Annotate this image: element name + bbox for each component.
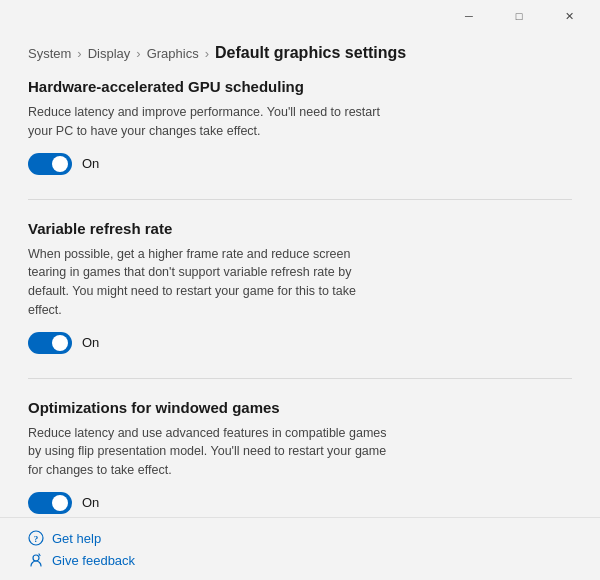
divider-2 — [28, 378, 572, 379]
gpu-scheduling-toggle-row: On — [28, 153, 572, 175]
variable-refresh-toggle-thumb — [52, 335, 68, 351]
give-feedback-item[interactable]: Give feedback — [28, 552, 572, 568]
gpu-scheduling-desc: Reduce latency and improve performance. … — [28, 103, 388, 141]
variable-refresh-title: Variable refresh rate — [28, 220, 572, 237]
windowed-games-toggle-row: On — [28, 492, 572, 514]
gpu-scheduling-section: Hardware-accelerated GPU scheduling Redu… — [28, 78, 572, 175]
divider-1 — [28, 199, 572, 200]
breadcrumb: System › Display › Graphics › Default gr… — [0, 32, 600, 78]
variable-refresh-toggle-track — [28, 332, 72, 354]
gpu-scheduling-toggle-track — [28, 153, 72, 175]
variable-refresh-toggle-row: On — [28, 332, 572, 354]
variable-refresh-desc: When possible, get a higher frame rate a… — [28, 245, 388, 320]
windowed-games-toggle-thumb — [52, 495, 68, 511]
breadcrumb-display[interactable]: Display — [88, 46, 131, 61]
footer: ? Get help Give feedback — [0, 517, 600, 580]
breadcrumb-sep-1: › — [77, 46, 81, 61]
svg-point-2 — [33, 555, 39, 561]
windowed-games-toggle-track — [28, 492, 72, 514]
windowed-games-section: Optimizations for windowed games Reduce … — [28, 399, 572, 537]
get-help-icon: ? — [28, 530, 44, 546]
windowed-games-toggle[interactable] — [28, 492, 72, 514]
gpu-scheduling-toggle-thumb — [52, 156, 68, 172]
give-feedback-label: Give feedback — [52, 553, 135, 568]
variable-refresh-section: Variable refresh rate When possible, get… — [28, 220, 572, 354]
give-feedback-icon — [28, 552, 44, 568]
svg-text:?: ? — [34, 534, 39, 544]
close-button[interactable]: ✕ — [546, 0, 592, 32]
maximize-button[interactable]: □ — [496, 0, 542, 32]
page-title: Default graphics settings — [215, 44, 406, 62]
windowed-games-toggle-label: On — [82, 495, 99, 510]
gpu-scheduling-title: Hardware-accelerated GPU scheduling — [28, 78, 572, 95]
get-help-label: Get help — [52, 531, 101, 546]
breadcrumb-sep-2: › — [136, 46, 140, 61]
get-help-item[interactable]: ? Get help — [28, 530, 572, 546]
windowed-games-desc: Reduce latency and use advanced features… — [28, 424, 388, 480]
breadcrumb-graphics[interactable]: Graphics — [147, 46, 199, 61]
variable-refresh-toggle[interactable] — [28, 332, 72, 354]
main-content: Hardware-accelerated GPU scheduling Redu… — [0, 78, 600, 570]
breadcrumb-system[interactable]: System — [28, 46, 71, 61]
gpu-scheduling-toggle-label: On — [82, 156, 99, 171]
breadcrumb-sep-3: › — [205, 46, 209, 61]
minimize-button[interactable]: ─ — [446, 0, 492, 32]
windowed-games-title: Optimizations for windowed games — [28, 399, 572, 416]
titlebar: ─ □ ✕ — [0, 0, 600, 32]
gpu-scheduling-toggle[interactable] — [28, 153, 72, 175]
variable-refresh-toggle-label: On — [82, 335, 99, 350]
